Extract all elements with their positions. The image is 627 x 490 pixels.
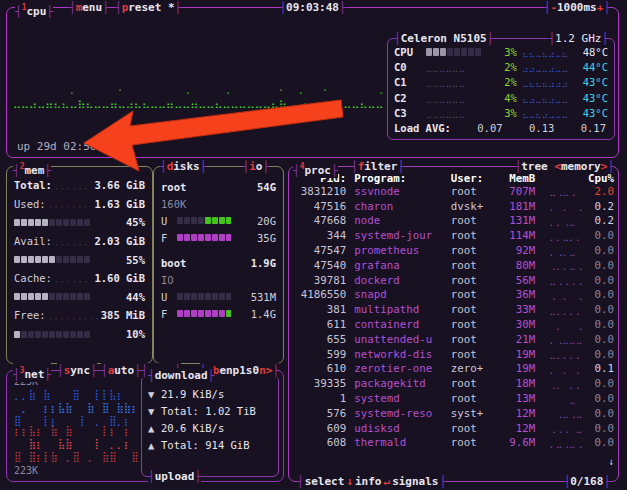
- meter-segment: [42, 219, 48, 226]
- meter-segment: [35, 293, 41, 300]
- footer-info-action[interactable]: info: [355, 475, 382, 488]
- core-usage-percent: 3%: [487, 46, 517, 58]
- network-box-title[interactable]: 3net: [13, 363, 51, 382]
- disk-io-activity: IO: [161, 271, 276, 288]
- net-sync-toggle[interactable]: sync: [57, 363, 97, 378]
- mem-stat-row: Free:⡀⡀⡀⡀⡀⡀⡀⡀⡀⡀⡀⡀⡀⡀⡀⡀⡀⡀⡀⡀⡀⡀385 MiB: [14, 306, 145, 325]
- cpu-box: 1cpu menu preset * 09:03:48 -1000ms+ ⠀⠀⠀…: [6, 7, 619, 158]
- menu-button[interactable]: menu: [69, 0, 109, 15]
- meter-segment: [426, 48, 432, 56]
- process-user: root: [451, 303, 494, 316]
- process-row[interactable]: 655unattended-u⡀⡀⡀⡀⡀⡀⡀⡀⡀⡀⡀⡀⡀⡀⡀⡀⡀⡀⡀⡀⡀⡀⡀⡀⡀…: [293, 332, 614, 347]
- interval-increase-button[interactable]: +: [597, 1, 604, 14]
- process-cpu-percent: 0.0: [583, 333, 614, 346]
- process-user: zero+: [451, 362, 494, 375]
- download-graph-line: ⡀⡀⣷⠀⣷⠀⠀⠀⣿⠀⠀⡇⡇⣧⡆⠀⠀⠀⠀⡇: [14, 388, 138, 401]
- filter-button[interactable]: filter: [351, 159, 404, 174]
- process-row[interactable]: 4186550snapd⡀⡀⡀⡀⡀⡀⡀⡀⡀⡀⡀⡀⡀⡀⡀⡀⡀⡀⡀⡀⡀⡀⡀⡀⡀⡀ro…: [293, 288, 614, 303]
- meter-segment: [77, 256, 83, 263]
- process-cpu-graph: ⡀⢀⡀⣀⠀: [535, 246, 582, 256]
- disks-io-mode-toggle[interactable]: io: [243, 159, 270, 174]
- meter-segment: [21, 293, 27, 300]
- mem-stat-value: 385 MiB: [101, 309, 145, 321]
- process-pid: 576: [293, 407, 346, 420]
- core-temp-graph: ⣀⣄⣄⣄⣠⣠⣠: [517, 77, 569, 87]
- disks-box-title[interactable]: disks: [160, 159, 206, 174]
- process-row[interactable]: 610zerotier-one⡀⡀⡀⡀⡀⡀⡀⡀⡀⡀⡀⡀⡀⡀⡀⡀⡀⡀⡀⡀⡀⡀⡀⡀⡀…: [293, 362, 614, 377]
- meter-segment: [70, 256, 76, 263]
- process-row[interactable]: 39335packagekitd⡀⡀⡀⡀⡀⡀⡀⡀⡀⡀⡀⡀⡀⡀⡀⡀⡀⡀⡀⡀⡀⡀⡀⡀…: [293, 376, 614, 391]
- process-row[interactable]: 608thermald⡀⡀⡀⡀⡀⡀⡀⡀⡀⡀⡀⡀⡀⡀⡀⡀⡀⡀⡀⡀⡀⡀⡀⡀⡀⡀roo…: [293, 436, 614, 451]
- process-row[interactable]: 599networkd-dis⡀⡀⡀⡀⡀⡀⡀⡀⡀⡀⡀⡀⡀⡀⡀⡀⡀⡀⡀⡀⡀⡀⡀⡀⡀…: [293, 347, 614, 362]
- network-box: 3net sync auto zero <benp1s0n> 223K 223K…: [6, 370, 284, 482]
- memory-box-title[interactable]: 2mem: [13, 159, 51, 178]
- upload-title: upload: [148, 469, 201, 484]
- process-row[interactable]: 47540grafana⡀⡀⡀⡀⡀⡀⡀⡀⡀⡀⡀⡀⡀⡀⡀⡀⡀⡀⡀⡀⡀⡀⡀⡀⡀⡀ro…: [293, 258, 614, 273]
- preset-button[interactable]: preset *: [115, 0, 181, 15]
- scroll-down-icon[interactable]: ↓: [608, 456, 614, 467]
- meter-segment: [454, 48, 460, 56]
- meter-segment: [219, 217, 225, 224]
- meter-segment: [475, 48, 481, 56]
- process-memory: 92M: [494, 244, 535, 257]
- net-auto-toggle[interactable]: auto: [101, 363, 141, 378]
- process-row[interactable]: 47516charon⡀⡀⡀⡀⡀⡀⡀⡀⡀⡀⡀⡀⡀⡀⡀⡀⡀⡀⡀⡀⡀⡀⡀⡀⡀⡀dvs…: [293, 199, 614, 214]
- meter-segment: [447, 48, 453, 56]
- process-list: 3831210ssvnode⡀⡀⡀⡀⡀⡀⡀⡀⡀⡀⡀⡀⡀⡀⡀⡀⡀⡀⡀⡀⡀⡀⡀⡀⡀⡀…: [289, 182, 618, 450]
- core-usage-percent: 3%: [487, 107, 517, 119]
- process-cpu-graph: ⡀⡀⣀⡀⡀: [535, 231, 582, 241]
- process-user: root: [451, 259, 494, 272]
- process-box-title[interactable]: 4proc: [293, 159, 338, 178]
- process-pid: 47516: [293, 200, 346, 213]
- mem-total-value: 3.66 GiB: [94, 179, 145, 191]
- iface-next-button[interactable]: n>: [259, 364, 272, 377]
- mem-stat-row: Used:⡀⡀⡀⡀⡀⡀⡀⡀⡀⡀⡀⡀⡀⡀⡀⡀⡀⡀⡀⡀⡀⡀1.63 GiB: [14, 195, 145, 214]
- mem-stat-value: 1.63 GiB: [94, 198, 145, 210]
- mem-usage-meter: [14, 293, 109, 300]
- process-row[interactable]: 381multipathd⡀⡀⡀⡀⡀⡀⡀⡀⡀⡀⡀⡀⡀⡀⡀⡀⡀⡀⡀⡀⡀⡀⡀⡀⡀⡀r…: [293, 302, 614, 317]
- footer-signals-action[interactable]: signals: [392, 475, 438, 488]
- meter-segment: [28, 256, 34, 263]
- process-user: root: [451, 333, 494, 346]
- process-user: root: [451, 377, 494, 390]
- down-arrow-icon: ▼: [148, 405, 161, 417]
- meter-segment: [70, 331, 76, 338]
- process-user: root: [451, 288, 494, 301]
- process-cpu-percent: 0.2: [583, 214, 614, 227]
- process-memory: 13M: [494, 392, 535, 405]
- meter-segment: [84, 293, 90, 300]
- sort-prev-button[interactable]: <: [554, 160, 561, 173]
- meter-segment: [42, 256, 48, 263]
- meter-segment: [468, 48, 474, 56]
- process-row[interactable]: 47547prometheus⡀⡀⡀⡀⡀⡀⡀⡀⡀⡀⡀⡀⡀⡀⡀⡀⡀⡀⡀⡀⡀⡀⡀⡀⡀…: [293, 243, 614, 258]
- process-row[interactable]: 1systemd⡀⡀⡀⡀⡀⡀⡀⡀⡀⡀⡀⡀⡀⡀⡀⡀⡀⡀⡀⡀⡀⡀⡀⡀⡀⡀root13…: [293, 391, 614, 406]
- sort-next-button[interactable]: >: [601, 160, 608, 173]
- process-row[interactable]: 39781dockerd⡀⡀⡀⡀⡀⡀⡀⡀⡀⡀⡀⡀⡀⡀⡀⡀⡀⡀⡀⡀⡀⡀⡀⡀⡀⡀ro…: [293, 273, 614, 288]
- process-row[interactable]: 344systemd-jour⡀⡀⡀⡀⡀⡀⡀⡀⡀⡀⡀⡀⡀⡀⡀⡀⡀⡀⡀⡀⡀⡀⡀⡀⡀…: [293, 228, 614, 243]
- upload-graph-line: ⣿⠀⣿⡆⡇⣷⠀⡀⣿⠀⡀⠀⣷⣿⠀⠀⣿⣿⠀⣧: [14, 450, 138, 463]
- tree-toggle[interactable]: tree: [521, 160, 548, 173]
- header-user[interactable]: User:: [451, 172, 494, 185]
- process-pid: 609: [293, 422, 346, 435]
- meter-segment: [77, 293, 83, 300]
- process-row[interactable]: 3831210ssvnode⡀⡀⡀⡀⡀⡀⡀⡀⡀⡀⡀⡀⡀⡀⡀⡀⡀⡀⡀⡀⡀⡀⡀⡀⡀⡀…: [293, 184, 614, 199]
- process-row[interactable]: 609udisksd⡀⡀⡀⡀⡀⡀⡀⡀⡀⡀⡀⡀⡀⡀⡀⡀⡀⡀⡀⡀⡀⡀⡀⡀⡀⡀root…: [293, 421, 614, 436]
- disk-free-label: F: [161, 232, 175, 244]
- disk-used-value: 531M: [236, 291, 276, 303]
- footer-select-action[interactable]: select: [305, 475, 345, 488]
- interval-decrease-button[interactable]: -: [550, 1, 557, 14]
- meter-segment: [63, 219, 69, 226]
- process-row[interactable]: 47668node⡀⡀⡀⡀⡀⡀⡀⡀⡀⡀⡀⡀⡀⡀⡀⡀⡀⡀⡀⡀⡀⡀⡀⡀⡀⡀root1…: [293, 214, 614, 229]
- process-row[interactable]: 611containerd⡀⡀⡀⡀⡀⡀⡀⡀⡀⡀⡀⡀⡀⡀⡀⡀⡀⡀⡀⡀⡀⡀⡀⡀⡀⡀r…: [293, 317, 614, 332]
- process-pid: 4186550: [293, 288, 346, 301]
- mem-meter-row: 45%: [14, 213, 145, 232]
- process-name: node: [346, 214, 445, 227]
- cpu-info-panel: Celeron N5105 1.2 GHz CPU3%⣄⣄⣀⣄⣠⣀⣄48°CC0…: [387, 38, 615, 140]
- cpu-box-title[interactable]: 1cpu: [15, 0, 53, 19]
- meter-segment: [205, 234, 211, 241]
- meter-segment: [77, 219, 83, 226]
- process-user: root: [451, 274, 494, 287]
- process-row[interactable]: 576systemd-reso⡀⡀⡀⡀⡀⡀⡀⡀⡀⡀⡀⡀⡀⡀⡀⡀⡀⡀⡀⡀⡀⡀⡀⡀⡀…: [293, 406, 614, 421]
- mem-total-row: Total:⡀⡀⡀⡀⡀⡀⡀⡀⡀⡀⡀⡀⡀⡀⡀⡀⡀⡀⡀⡀⡀⡀3.66 GiB: [14, 176, 145, 195]
- meter-segment: [191, 234, 197, 241]
